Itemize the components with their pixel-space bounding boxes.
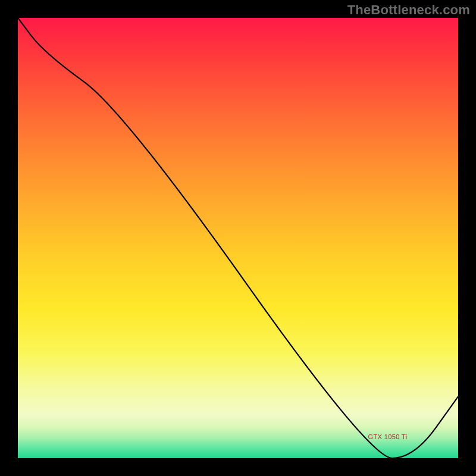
plot-area: GTX 1050 Ti [18, 18, 458, 458]
bottleneck-curve [18, 18, 458, 458]
gpu-annotation: GTX 1050 Ti [368, 433, 408, 440]
watermark-text: TheBottleneck.com [347, 2, 470, 18]
chart-frame: TheBottleneck.com GTX 1050 Ti [0, 0, 476, 476]
curve-path [18, 18, 458, 458]
